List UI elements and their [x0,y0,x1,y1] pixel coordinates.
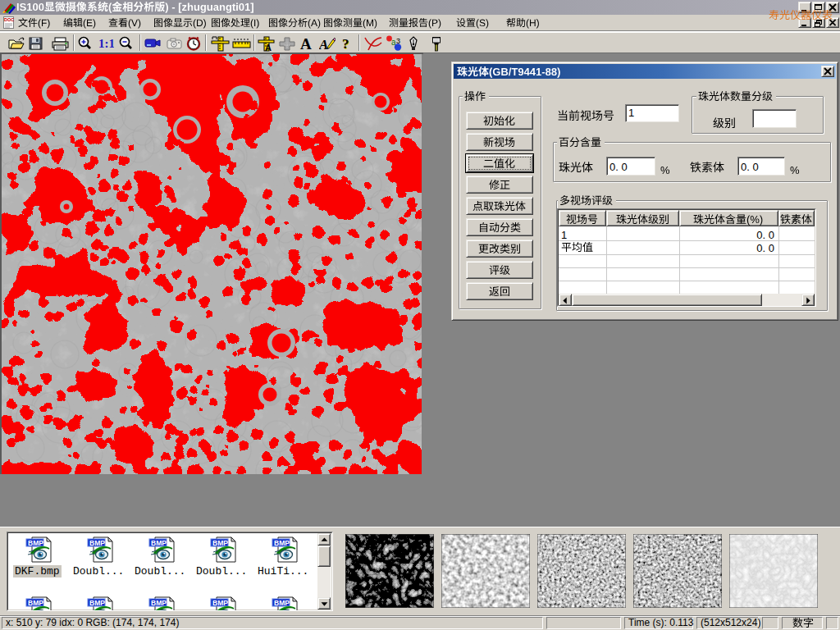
svg-text:?: ? [342,36,349,51]
svg-text:1:1: 1:1 [98,37,114,49]
svg-text:A: A [265,43,272,52]
svg-text:DOC: DOC [4,17,14,22]
svg-text:A: A [319,37,328,51]
svg-text:A: A [300,36,312,51]
